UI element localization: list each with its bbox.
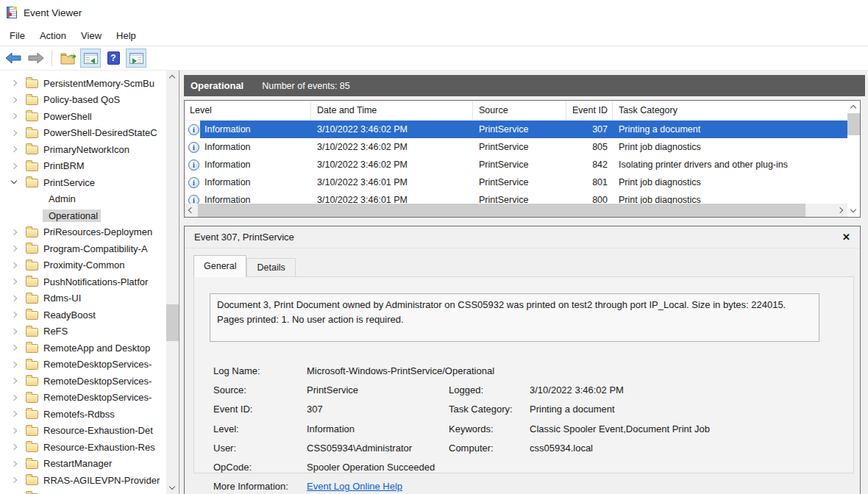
tree-item[interactable] — [0, 489, 166, 494]
export-folder-button[interactable] — [57, 49, 78, 68]
table-horizontal-scrollbar[interactable] — [185, 204, 847, 217]
tree-item[interactable]: RemoteDesktopServices- — [0, 357, 166, 373]
tree-item[interactable]: PowerShell — [0, 108, 166, 125]
chevron-icon[interactable] — [9, 243, 21, 254]
table-scrollbar-thumb[interactable] — [847, 113, 860, 135]
field-value-source: PrintService — [307, 384, 449, 395]
chevron-icon[interactable] — [9, 474, 21, 486]
tree-item[interactable]: ReFS — [0, 323, 166, 340]
column-header-source[interactable]: Source — [473, 101, 566, 120]
tree-item[interactable]: RemoteDesktopServices- — [0, 390, 166, 407]
tree-item[interactable]: PriResources-Deploymen — [0, 224, 166, 241]
table-vertical-scrollbar[interactable] — [847, 101, 860, 217]
chevron-icon[interactable] — [9, 293, 21, 304]
chevron-icon[interactable] — [9, 458, 21, 470]
column-header-event-id[interactable]: Event ID — [566, 101, 613, 120]
menu-view[interactable]: View — [74, 27, 109, 44]
menu-bar: File Action View Help — [0, 25, 868, 46]
column-header-date-and-time[interactable]: Date and Time — [311, 101, 473, 120]
help-button[interactable]: ? — [103, 49, 124, 68]
tree-item[interactable]: PrintBRM — [0, 158, 166, 175]
tab-details[interactable]: Details — [246, 258, 295, 276]
tree-item[interactable]: PowerShell-DesiredStateC — [0, 125, 166, 142]
chevron-icon[interactable] — [9, 176, 21, 188]
tree-item[interactable]: PersistentMemory-ScmBu — [0, 75, 166, 92]
chevron-icon[interactable] — [9, 491, 21, 494]
sidebar-scrollbar[interactable] — [166, 71, 179, 494]
field-label-opcode: OpCode: — [213, 462, 307, 473]
tree-item-icon — [26, 377, 38, 386]
chevron-icon[interactable] — [9, 110, 21, 122]
tree-item[interactable]: Remotefs-Rdbss — [0, 406, 166, 423]
chevron-icon[interactable] — [9, 375, 21, 387]
tree-item[interactable]: RemoteApp and Desktop — [0, 340, 166, 357]
action-pane-toggle-button[interactable] — [126, 49, 146, 68]
chevron-icon[interactable] — [9, 127, 21, 139]
scroll-up-icon[interactable] — [847, 101, 860, 113]
menu-help[interactable]: Help — [109, 27, 143, 44]
chevron-icon[interactable] — [9, 77, 21, 89]
sidebar-scrollbar-thumb[interactable] — [166, 304, 179, 341]
tree-item-label: Resource-Exhaustion-Det — [43, 425, 153, 436]
toolbar: ? — [0, 46, 868, 71]
event-row[interactable]: Information 3/10/2022 3:46:01 PM PrintSe… — [185, 173, 847, 191]
scroll-up-icon[interactable] — [166, 71, 179, 83]
column-header-level[interactable]: Level — [185, 101, 311, 120]
chevron-icon[interactable] — [9, 392, 21, 404]
chevron-icon[interactable] — [9, 94, 21, 106]
information-icon — [188, 160, 199, 171]
event-description: Document 3, Print Document owned by Admi… — [210, 293, 819, 342]
tree-item[interactable]: RestartManager — [0, 456, 166, 473]
tree-item[interactable]: Proximity-Common — [0, 257, 166, 274]
scroll-left-icon[interactable] — [185, 204, 197, 217]
tree-item[interactable]: ReadyBoost — [0, 307, 166, 323]
chevron-icon[interactable] — [9, 143, 21, 155]
horizontal-scrollbar-thumb[interactable] — [198, 204, 805, 217]
chevron-icon[interactable] — [9, 276, 21, 287]
forward-button[interactable] — [26, 49, 46, 68]
tree-item-icon — [26, 96, 38, 105]
column-header-task-category[interactable]: Task Category — [613, 101, 847, 120]
tree-item[interactable]: Resource-Exhaustion-Res — [0, 439, 166, 456]
chevron-icon[interactable] — [9, 226, 21, 238]
tree-item[interactable]: Resource-Exhaustion-Det — [0, 423, 166, 440]
chevron-icon[interactable] — [9, 441, 21, 453]
scroll-right-icon[interactable] — [835, 204, 847, 217]
chevron-icon[interactable] — [9, 309, 21, 321]
back-button[interactable] — [3, 49, 24, 68]
tree-item[interactable]: Rdms-UI — [0, 290, 166, 307]
tree-item[interactable]: Program-Compatibility-A — [0, 240, 166, 257]
detail-tabs: General Details — [193, 255, 860, 276]
tree-item[interactable]: RemoteDesktopServices- — [0, 373, 166, 390]
tab-general[interactable]: General — [193, 255, 246, 276]
event-row[interactable]: Information 3/10/2022 3:46:02 PM PrintSe… — [185, 156, 847, 173]
chevron-icon[interactable] — [9, 160, 21, 172]
tree-item[interactable]: RRAS-AGILEVPN-Provider — [0, 472, 166, 489]
close-icon[interactable]: ✕ — [842, 232, 850, 243]
tree-item[interactable]: Policy-based QoS — [0, 92, 166, 109]
event-log-online-help-link[interactable]: Event Log Online Help — [307, 481, 402, 492]
chevron-icon[interactable] — [9, 408, 21, 420]
menu-action[interactable]: Action — [32, 27, 74, 44]
chevron-icon[interactable] — [9, 359, 21, 370]
tree-item-icon — [26, 262, 38, 271]
tree-item[interactable]: PushNotifications-Platfor — [0, 273, 166, 290]
tree-item[interactable]: PrimaryNetworkIcon — [0, 141, 166, 158]
tree-item[interactable]: Operational — [0, 207, 166, 224]
chevron-icon[interactable] — [9, 342, 21, 354]
field-label-level: Level: — [213, 423, 307, 434]
scroll-down-icon[interactable] — [166, 482, 179, 494]
tree-item-label: PrintBRM — [43, 160, 85, 171]
tree-item-icon — [26, 311, 38, 320]
tree-item[interactable]: PrintService — [0, 174, 166, 191]
scroll-down-icon[interactable] — [847, 204, 860, 217]
menu-file[interactable]: File — [2, 27, 32, 44]
console-tree-toggle-button[interactable] — [80, 49, 101, 68]
tree-item[interactable]: Admin — [0, 191, 166, 208]
chevron-icon[interactable] — [9, 259, 21, 271]
chevron-icon[interactable] — [9, 425, 21, 437]
event-row[interactable]: Information 3/10/2022 3:46:02 PM PrintSe… — [185, 138, 847, 156]
event-row[interactable]: Information 3/10/2022 3:46:02 PM PrintSe… — [185, 121, 847, 138]
chevron-icon[interactable] — [9, 326, 21, 337]
tree-item-icon — [26, 278, 38, 287]
